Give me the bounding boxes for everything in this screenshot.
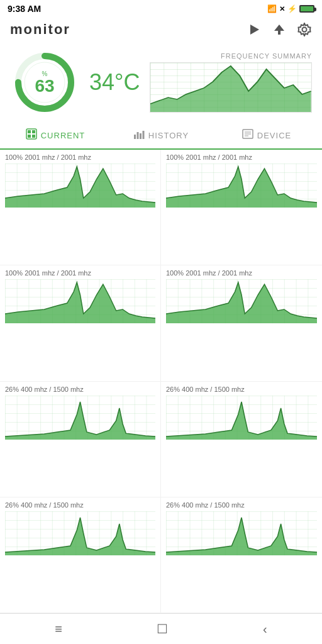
battery-icon <box>299 5 314 13</box>
cpu-chart-6 <box>5 511 155 555</box>
svg-marker-0 <box>250 25 259 35</box>
cpu-chart-2 <box>5 279 155 323</box>
freq-summary-label: FREQUENCY SUMMARY <box>150 52 312 60</box>
frequency-summary-box: FREQUENCY SUMMARY <box>150 52 312 113</box>
cpu-core-info-5: 26% 400 mhz / 1500 mhz <box>166 386 317 393</box>
charging-icon: ⚡ <box>287 4 297 13</box>
temperature-display: 34°C <box>89 69 140 96</box>
tab-bar: CURRENT HISTORY DEVICE <box>0 122 322 150</box>
upload-button[interactable] <box>272 22 287 37</box>
signal-icon: ✕ <box>279 5 285 13</box>
tab-history-icon <box>133 128 145 142</box>
tab-current-icon <box>26 128 37 142</box>
cpu-chart-7 <box>166 511 317 555</box>
status-bar: 9:38 AM 📶 ✕ ⚡ <box>0 0 322 16</box>
cpu-core-info-2: 100% 2001 mhz / 2001 mhz <box>5 269 155 277</box>
cpu-core-info-4: 26% 400 mhz / 1500 mhz <box>5 386 155 393</box>
svg-rect-16 <box>142 131 144 139</box>
wifi-icon: 📶 <box>267 4 277 13</box>
cpu-core-cell-3: 100% 2001 mhz / 2001 mhz <box>161 265 322 381</box>
svg-marker-1 <box>274 25 284 35</box>
cpu-core-info-0: 100% 2001 mhz / 2001 mhz <box>5 153 155 161</box>
svg-point-2 <box>303 28 307 32</box>
cpu-core-cell-6: 26% 400 mhz / 1500 mhz <box>0 497 161 613</box>
cpu-core-cell-7: 26% 400 mhz / 1500 mhz <box>161 497 322 613</box>
cpu-chart-3 <box>166 279 317 323</box>
cpu-core-cell-2: 100% 2001 mhz / 2001 mhz <box>0 265 161 381</box>
cpu-grid: 100% 2001 mhz / 2001 mhz100% 2001 mhz / … <box>0 150 322 613</box>
tab-current-label: CURRENT <box>41 131 86 140</box>
nav-bar: ≡ ☐ ‹ <box>0 613 322 644</box>
nav-menu-button[interactable]: ≡ <box>55 622 62 636</box>
cpu-chart-5 <box>166 396 317 440</box>
cpu-core-cell-4: 26% 400 mhz / 1500 mhz <box>0 382 161 497</box>
svg-rect-10 <box>32 130 35 133</box>
nav-back-button[interactable]: ‹ <box>263 622 267 636</box>
svg-rect-13 <box>134 135 136 139</box>
settings-button[interactable] <box>297 22 312 37</box>
cpu-donut-chart: % 63 <box>10 48 79 117</box>
status-time: 9:38 AM <box>8 4 41 14</box>
tab-device-label: DEVICE <box>257 131 291 140</box>
tab-current[interactable]: CURRENT <box>3 122 108 150</box>
freq-summary-chart <box>150 62 312 113</box>
top-actions <box>247 22 312 37</box>
cpu-chart-0 <box>5 164 155 208</box>
nav-home-button[interactable]: ☐ <box>157 621 168 636</box>
app-title: monitor <box>10 21 70 38</box>
tab-device-icon <box>242 128 253 142</box>
cpu-percent-value: 63 <box>35 77 54 95</box>
cpu-core-cell-5: 26% 400 mhz / 1500 mhz <box>161 382 322 497</box>
cpu-core-info-6: 26% 400 mhz / 1500 mhz <box>5 501 155 509</box>
play-button[interactable] <box>247 22 262 37</box>
cpu-core-cell-0: 100% 2001 mhz / 2001 mhz <box>0 150 161 265</box>
tab-history-label: HISTORY <box>148 131 189 140</box>
cpu-chart-4 <box>5 396 155 440</box>
svg-rect-11 <box>28 135 31 138</box>
svg-rect-14 <box>136 132 138 139</box>
tab-device[interactable]: DEVICE <box>214 122 319 148</box>
cpu-chart-1 <box>166 164 317 208</box>
cpu-core-info-7: 26% 400 mhz / 1500 mhz <box>166 501 317 509</box>
cpu-core-info-3: 100% 2001 mhz / 2001 mhz <box>166 269 317 277</box>
cpu-core-info-1: 100% 2001 mhz / 2001 mhz <box>166 153 317 161</box>
svg-rect-12 <box>32 135 35 138</box>
svg-rect-15 <box>140 133 142 139</box>
svg-rect-9 <box>28 130 31 133</box>
cpu-core-cell-1: 100% 2001 mhz / 2001 mhz <box>161 150 322 265</box>
summary-section: % 63 34°C FREQUENCY SUMMARY <box>0 43 322 122</box>
status-icons: 📶 ✕ ⚡ <box>267 4 314 13</box>
top-bar: monitor <box>0 16 322 43</box>
tab-history[interactable]: HISTORY <box>108 122 214 148</box>
